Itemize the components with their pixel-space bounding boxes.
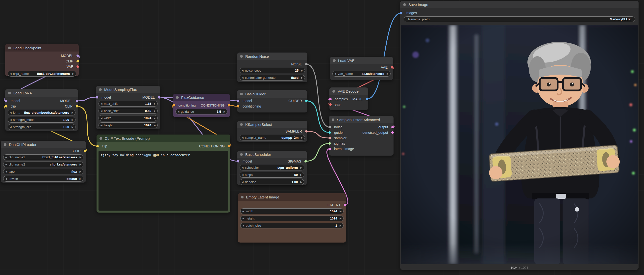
output-port-vae[interactable] <box>391 66 393 69</box>
steps-widget[interactable]: ◀ steps 50 ▶ <box>240 172 304 178</box>
collapse-dot-icon[interactable] <box>240 123 243 126</box>
type-widget[interactable]: ◀ type flux ▶ <box>3 169 84 174</box>
left-arrow-icon[interactable]: ◀ <box>10 112 12 114</box>
node-vae-decode[interactable]: VAE Decode samples IMAGE vae <box>330 88 368 110</box>
right-arrow-icon[interactable]: ▶ <box>300 181 302 183</box>
right-arrow-icon[interactable]: ▶ <box>300 166 302 169</box>
comfyui-canvas[interactable]: { "app": {"name": "ComfyUI workflow grap… <box>0 0 644 275</box>
lora-name-widget[interactable]: ◀ lor ... flux_dreambooth.safetensors ▶ <box>8 110 76 115</box>
collapse-dot-icon[interactable] <box>332 118 334 121</box>
node-load-lora[interactable]: Load LoRA model MODEL clip CLIP ◀ lor ..… <box>5 89 78 131</box>
node-sampler-custom-advanced[interactable]: SamplerCustomAdvanced noise output guide… <box>329 116 394 156</box>
vae-name-widget[interactable]: ◀ vae_name ae.safetensors ▶ <box>332 71 390 77</box>
right-arrow-icon[interactable]: ▶ <box>340 224 342 227</box>
node-header[interactable]: KSamplerSelect <box>237 121 308 128</box>
left-arrow-icon[interactable]: ◀ <box>10 119 12 121</box>
right-arrow-icon[interactable]: ▶ <box>340 210 342 212</box>
left-arrow-icon[interactable]: ◀ <box>242 181 244 183</box>
node-header[interactable]: VAE Decode <box>330 88 368 95</box>
input-port-latent-image[interactable] <box>328 148 331 150</box>
right-arrow-icon[interactable]: ▶ <box>80 170 82 173</box>
input-port-model[interactable] <box>5 100 8 102</box>
left-arrow-icon[interactable]: ◀ <box>242 77 244 79</box>
collapse-dot-icon[interactable] <box>241 196 244 198</box>
right-arrow-icon[interactable]: ▶ <box>301 77 303 79</box>
collapse-dot-icon[interactable] <box>333 59 336 62</box>
left-arrow-icon[interactable]: ◀ <box>5 178 7 180</box>
collapse-dot-icon[interactable] <box>99 88 102 91</box>
output-port-image[interactable] <box>366 98 368 100</box>
output-port-model[interactable] <box>76 55 79 57</box>
collapse-dot-icon[interactable] <box>403 3 406 6</box>
left-arrow-icon[interactable]: ◀ <box>5 170 7 173</box>
left-arrow-icon[interactable]: ◀ <box>100 117 102 119</box>
input-port-clip[interactable] <box>5 105 8 108</box>
right-arrow-icon[interactable]: ▶ <box>72 126 74 128</box>
clip-name1-widget[interactable]: ◀ clip_name1 t5xxl_fp16.safetensors ▶ <box>3 154 84 160</box>
ckpt-name-widget[interactable]: ◀ ckpt_name flux1-dev.safetensors ▶ <box>8 71 76 77</box>
right-arrow-icon[interactable]: ▶ <box>340 217 342 220</box>
left-arrow-icon[interactable]: ◀ <box>100 110 102 112</box>
left-arrow-icon[interactable]: ◀ <box>100 124 102 127</box>
left-arrow-icon[interactable]: ◀ <box>5 156 7 159</box>
scheduler-widget[interactable]: ◀ scheduler sgm_uniform ▶ <box>240 165 304 170</box>
output-port-guider[interactable] <box>305 100 308 102</box>
output-port-model[interactable] <box>158 96 160 99</box>
output-port-latent[interactable] <box>344 204 346 206</box>
node-header[interactable]: Load LoRA <box>5 89 78 97</box>
node-header[interactable]: SamplerCustomAdvanced <box>329 116 394 123</box>
node-clip-text-encode[interactable]: CLIP Text Encode (Prompt) clip CONDITION… <box>96 135 230 212</box>
right-arrow-icon[interactable]: ▶ <box>72 119 74 121</box>
output-port-vae[interactable] <box>76 65 79 68</box>
input-port-samples[interactable] <box>329 98 332 100</box>
left-arrow-icon[interactable]: ◀ <box>5 163 7 166</box>
output-port-clip[interactable] <box>84 150 86 152</box>
right-arrow-icon[interactable]: ▶ <box>300 174 302 176</box>
collapse-dot-icon[interactable] <box>332 90 335 93</box>
control-after-generate-widget[interactable]: ◀ control after generate fixed ▶ <box>240 75 305 81</box>
node-header[interactable]: CLIP Text Encode (Prompt) <box>96 135 230 142</box>
node-header[interactable]: Load VAE <box>330 57 393 64</box>
left-arrow-icon[interactable]: ◀ <box>242 217 244 220</box>
input-port-noise[interactable] <box>328 126 331 128</box>
left-arrow-icon[interactable]: ◀ <box>178 111 180 113</box>
right-arrow-icon[interactable]: ▶ <box>301 137 303 139</box>
height-widget[interactable]: ◀ height 1024 ▶ <box>240 215 344 221</box>
input-port-sigmas[interactable] <box>328 142 331 145</box>
left-arrow-icon[interactable]: ◀ <box>100 103 102 105</box>
input-port-model[interactable] <box>96 96 98 99</box>
input-port-clip[interactable] <box>96 145 99 147</box>
collapse-dot-icon[interactable] <box>176 96 179 99</box>
denoise-widget[interactable]: ◀ denoise 1.00 ▶ <box>240 179 304 185</box>
node-header[interactable]: Empty Latent Image <box>238 193 346 201</box>
right-arrow-icon[interactable]: ▶ <box>80 178 82 180</box>
collapse-dot-icon[interactable] <box>240 93 243 95</box>
right-arrow-icon[interactable]: ▶ <box>224 111 226 113</box>
node-load-checkpoint[interactable]: Load Checkpoint MODEL CLIP VAE ◀ ckpt_na… <box>5 44 79 76</box>
strength-clip-widget[interactable]: ◀ strength_clip 1.00 ▶ <box>8 124 76 130</box>
left-arrow-icon[interactable]: ◀ <box>10 126 12 128</box>
left-arrow-icon[interactable]: ◀ <box>242 210 244 212</box>
output-port-clip[interactable] <box>76 60 79 63</box>
clip-name2-widget[interactable]: ◀ clip_name2 clip_l.safetensors ▶ <box>3 162 84 167</box>
input-port-conditioning[interactable] <box>237 105 239 108</box>
collapse-dot-icon[interactable] <box>100 137 102 140</box>
left-arrow-icon[interactable]: ◀ <box>242 174 244 176</box>
output-port-clip[interactable] <box>76 105 78 108</box>
strength-model-widget[interactable]: ◀ strength_model 1.00 ▶ <box>8 117 76 123</box>
output-port-conditioning[interactable] <box>228 145 230 147</box>
base-shift-widget[interactable]: ◀ base_shift 0.50 ▶ <box>98 108 158 114</box>
right-arrow-icon[interactable]: ▶ <box>154 124 156 127</box>
right-arrow-icon[interactable]: ▶ <box>154 103 156 105</box>
input-port-vae[interactable] <box>329 103 332 106</box>
collapse-dot-icon[interactable] <box>8 47 11 49</box>
output-port-denoised-output[interactable] <box>391 131 394 134</box>
input-port-conditioning[interactable] <box>173 104 175 107</box>
input-port-model[interactable] <box>237 160 239 162</box>
batch-size-widget[interactable]: ◀ batch_size 1 ▶ <box>240 223 344 228</box>
node-header[interactable]: FluxGuidance <box>173 94 230 101</box>
node-random-noise[interactable]: RandomNoise NOISE ◀ noise_seed 25 ▶ ◀ co… <box>237 53 308 82</box>
output-port-noise[interactable] <box>305 63 308 65</box>
right-arrow-icon[interactable]: ▶ <box>80 163 82 166</box>
right-arrow-icon[interactable]: ▶ <box>301 69 303 72</box>
